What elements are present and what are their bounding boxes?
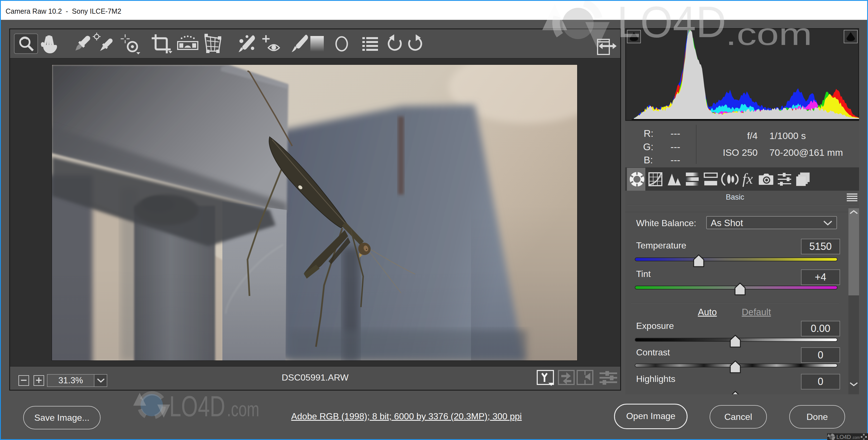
svg-text:.com: .com	[852, 435, 860, 440]
svg-text:.com: .com	[725, 17, 812, 52]
svg-text:LO4D: LO4D	[836, 434, 851, 440]
svg-text:.com: .com	[227, 398, 259, 421]
svg-text:LO4D: LO4D	[169, 390, 225, 422]
svg-text:LO4D: LO4D	[617, 1, 726, 46]
svg-text:fx: fx	[742, 171, 753, 187]
